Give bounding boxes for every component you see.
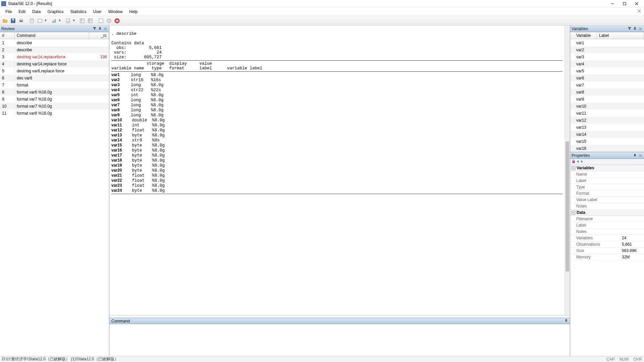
open-button[interactable]	[1, 17, 9, 24]
close-icon[interactable]	[638, 26, 643, 31]
row-num: 11	[0, 111, 15, 116]
properties-title: Properties	[572, 153, 632, 158]
row-rc: 198	[89, 55, 109, 59]
variable-row[interactable]: var12	[570, 117, 644, 124]
pin-icon[interactable]	[98, 26, 102, 31]
row-num: 4	[0, 62, 15, 66]
prop-group-data[interactable]: −Data	[570, 209, 644, 216]
menu-user[interactable]: User	[90, 8, 105, 15]
prop-row[interactable]: Name	[570, 171, 644, 178]
review-row[interactable]: 9format var7 %16.0g	[0, 96, 109, 103]
data-browser-button[interactable]	[87, 17, 94, 24]
command-input[interactable]	[109, 324, 570, 355]
row-cmd: describe	[15, 41, 89, 45]
menu-edit[interactable]: Edit	[15, 8, 29, 15]
variable-row[interactable]: var7	[570, 81, 644, 88]
variable-row[interactable]: var1	[570, 39, 644, 46]
data-editor-button[interactable]	[78, 17, 86, 24]
graph-button[interactable]	[50, 17, 58, 24]
app-icon	[1, 1, 6, 6]
variable-row[interactable]: var5	[570, 67, 644, 74]
col-rc[interactable]: _rc	[89, 32, 109, 39]
prop-row[interactable]: Notes	[570, 203, 644, 209]
col-variable[interactable]: Variable	[570, 32, 597, 39]
prop-group-variables[interactable]: −Variables	[570, 165, 644, 171]
review-row[interactable]: 4destring var14,replace force	[0, 60, 109, 67]
variable-row[interactable]: var14	[570, 131, 644, 138]
prop-row[interactable]: Observations5,661	[570, 241, 644, 248]
review-row[interactable]: 10format var7 %10.0g	[0, 103, 109, 110]
prop-row[interactable]: Variables24	[570, 235, 644, 241]
close-icon[interactable]	[638, 153, 643, 158]
review-row[interactable]: 6des var6	[0, 74, 109, 81]
clear-button[interactable]	[105, 17, 113, 24]
col-num[interactable]: #	[0, 32, 15, 39]
variable-row[interactable]: var16	[570, 145, 644, 152]
review-row[interactable]: 2describe	[0, 46, 109, 53]
minimize-button[interactable]	[606, 0, 619, 7]
variable-row[interactable]: var8	[570, 88, 644, 96]
window-title: Stata/SE 12.0 - [Results]	[8, 1, 52, 6]
menu-graphics[interactable]: Graphics	[44, 8, 67, 15]
results-scrollbar[interactable]	[565, 25, 570, 315]
menu-help[interactable]: Help	[126, 8, 141, 15]
prop-row[interactable]: Size563.89K	[570, 248, 644, 254]
menu-statistics[interactable]: Statistics	[67, 8, 90, 15]
mdi-close-icon[interactable]	[637, 9, 643, 14]
review-row[interactable]: 5destring var6,replace force	[0, 67, 109, 74]
variable-row[interactable]: var2	[570, 46, 644, 53]
review-row[interactable]: 11format var8 %16.0g	[0, 110, 109, 117]
prop-row[interactable]: Filename	[570, 216, 644, 222]
variable-row[interactable]: var10	[570, 103, 644, 110]
prop-row[interactable]: Format	[570, 190, 644, 197]
next-icon[interactable]	[580, 160, 584, 164]
prop-row[interactable]: Notes	[570, 229, 644, 235]
filter-icon[interactable]	[92, 26, 97, 31]
save-button[interactable]	[9, 17, 17, 24]
variable-row[interactable]: var6	[570, 74, 644, 81]
results-output[interactable]: . describe Contains data obs: 5,661 vars…	[109, 25, 565, 315]
variable-row[interactable]: var9	[570, 96, 644, 103]
dofile-button[interactable]	[64, 17, 72, 24]
review-row[interactable]: 1describe	[0, 39, 109, 46]
prop-row[interactable]: Label	[570, 222, 644, 229]
maximize-button[interactable]	[619, 0, 631, 7]
dropdown-icon[interactable]	[58, 17, 61, 24]
review-row[interactable]: 8format var6 %16.0g	[0, 88, 109, 96]
review-row[interactable]: 7format	[0, 81, 109, 88]
variable-row[interactable]: var13	[570, 124, 644, 131]
variable-row[interactable]: var11	[570, 110, 644, 117]
close-button[interactable]	[631, 0, 643, 7]
prop-row[interactable]: Type	[570, 184, 644, 190]
row-cmd: format var6 %16.0g	[15, 90, 89, 95]
review-row[interactable]: 3destring var14,replaceforce198	[0, 53, 109, 60]
break-button[interactable]	[113, 17, 121, 24]
viewer-button[interactable]	[36, 17, 44, 24]
row-num: 1	[0, 41, 15, 45]
filter-icon[interactable]	[627, 26, 632, 31]
prev-icon[interactable]	[576, 160, 580, 164]
dropdown-icon[interactable]	[44, 17, 47, 24]
col-label[interactable]: Label	[597, 32, 644, 39]
pin-icon[interactable]	[633, 26, 637, 31]
log-button[interactable]	[28, 17, 36, 24]
print-button[interactable]	[17, 17, 25, 24]
prop-row[interactable]: Value Label	[570, 197, 644, 203]
menu-window[interactable]: Window	[105, 8, 126, 15]
splitter[interactable]	[109, 315, 570, 318]
variable-row[interactable]: var4	[570, 60, 644, 67]
close-icon[interactable]	[103, 26, 108, 31]
variables-manager-button[interactable]	[97, 17, 105, 24]
menu-data[interactable]: Data	[29, 8, 44, 15]
lock-icon[interactable]	[572, 159, 576, 164]
variable-row[interactable]: var15	[570, 138, 644, 145]
col-command[interactable]: Command	[15, 32, 89, 39]
prop-row[interactable]: Label	[570, 178, 644, 184]
pin-icon[interactable]	[633, 153, 637, 158]
menu-file[interactable]: File	[2, 8, 15, 15]
prop-row[interactable]: Memory32M	[570, 254, 644, 260]
variable-row[interactable]: var3	[570, 53, 644, 60]
review-title: Review	[1, 26, 92, 31]
pin-icon[interactable]	[565, 319, 568, 323]
dropdown-icon[interactable]	[72, 17, 75, 24]
